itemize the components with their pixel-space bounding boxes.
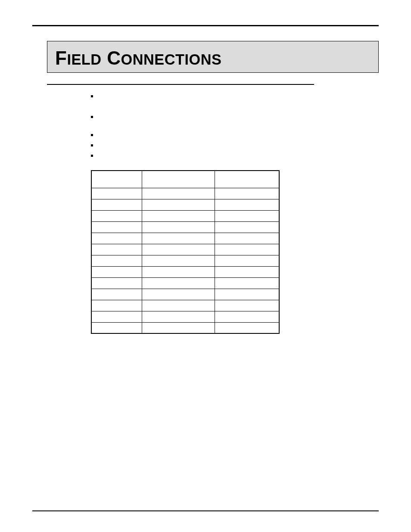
table-cell	[142, 266, 215, 277]
table-row	[91, 266, 279, 277]
footer	[32, 510, 379, 511]
table-container	[91, 170, 379, 334]
table-cell	[142, 233, 215, 244]
table-cell	[215, 322, 279, 333]
section-subhead-rule	[47, 83, 314, 85]
table-cell	[142, 289, 215, 300]
table-cell	[215, 233, 279, 244]
table-cell	[215, 277, 279, 289]
title-connections-rest: ONNECTIONS	[121, 51, 222, 68]
bullet-list	[91, 93, 332, 158]
table-cell	[215, 199, 279, 210]
list-item	[91, 113, 332, 119]
table-cell	[215, 255, 279, 266]
title-field-rest: IELD	[67, 51, 101, 68]
table-row	[91, 188, 279, 199]
table-cell	[142, 210, 215, 221]
table-row	[91, 300, 279, 311]
title-cap-c: C	[107, 47, 121, 68]
table-cell	[215, 300, 279, 311]
table-row	[91, 322, 279, 333]
table-row	[91, 255, 279, 266]
table-cell	[215, 311, 279, 322]
table-cell	[142, 277, 215, 289]
table-cell	[91, 188, 142, 199]
table-cell	[215, 289, 279, 300]
list-item	[91, 142, 332, 148]
spec-table	[91, 170, 280, 334]
table-row	[91, 233, 279, 244]
table-cell	[91, 311, 142, 322]
table-cell	[142, 199, 215, 210]
table-row	[91, 221, 279, 233]
bottom-rule	[32, 510, 379, 511]
table-cell	[215, 188, 279, 199]
table-cell	[91, 289, 142, 300]
title-band: FIELD CONNECTIONS	[47, 41, 379, 73]
table-cell	[91, 266, 142, 277]
table-cell	[91, 221, 142, 233]
table-row	[91, 311, 279, 322]
table-row	[91, 277, 279, 289]
table-cell	[142, 322, 215, 333]
table-cell	[215, 221, 279, 233]
table-cell	[91, 199, 142, 210]
table-cell	[91, 244, 142, 255]
table-cell	[91, 210, 142, 221]
list-item	[91, 152, 332, 158]
list-item	[91, 131, 332, 137]
table-cell	[215, 210, 279, 221]
table-cell	[215, 266, 279, 277]
section-title: FIELD CONNECTIONS	[55, 47, 221, 68]
table-header	[215, 171, 279, 188]
table-cell	[142, 300, 215, 311]
top-rule	[32, 25, 379, 26]
table-cell	[91, 322, 142, 333]
content-block	[91, 93, 332, 158]
table-row	[91, 244, 279, 255]
table-cell	[91, 255, 142, 266]
table-cell	[91, 277, 142, 289]
list-item	[91, 93, 332, 99]
table-cell	[142, 255, 215, 266]
table-cell	[91, 233, 142, 244]
title-cap-f: F	[55, 47, 67, 68]
table-row	[91, 210, 279, 221]
table-cell	[91, 300, 142, 311]
table-cell	[142, 221, 215, 233]
table-header	[142, 171, 215, 188]
table-row	[91, 289, 279, 300]
table-cell	[142, 188, 215, 199]
table-body	[91, 188, 279, 333]
table-cell	[142, 311, 215, 322]
table-row	[91, 199, 279, 210]
table-header-row	[91, 171, 279, 188]
table-cell	[215, 244, 279, 255]
table-header	[91, 171, 142, 188]
table-cell	[142, 244, 215, 255]
